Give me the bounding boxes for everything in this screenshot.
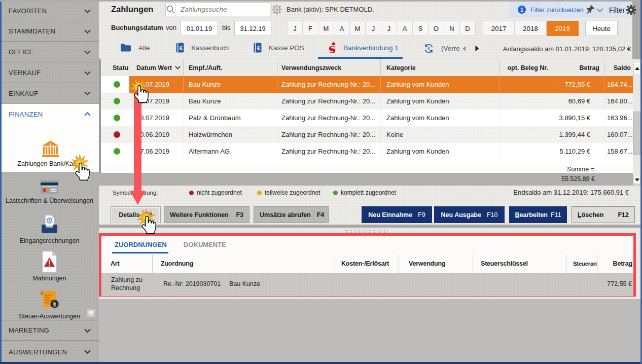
date-to-input[interactable]	[234, 21, 271, 36]
credit-card-icon	[40, 180, 59, 194]
column-header-saldo[interactable]: Saldo	[604, 59, 633, 76]
year-button-2018[interactable]: 2018	[515, 21, 547, 36]
month-button-okt[interactable]: O	[429, 21, 444, 36]
tab-kasse-pos[interactable]: € Kasse POS	[254, 43, 304, 53]
column-header-label: Datum Wert	[136, 64, 172, 71]
panel-row[interactable]: Zahlung zu Rechnung Re.-Nr: 2019030701 B…	[101, 273, 633, 296]
panel-column-zuordnung[interactable]: Zuordnung	[153, 254, 336, 273]
year-button-2019-selected[interactable]: 2019	[547, 21, 579, 36]
tab-kassenbuch[interactable]: € Kassenbuch	[176, 43, 229, 53]
scrollbar-up-button[interactable]	[633, 62, 640, 75]
neu-ausgabe-button[interactable]: Neu Ausgabe F10	[434, 206, 505, 223]
table-row[interactable]: 15.07.2019 Bau Kunze Zahlung zur Rechnun…	[101, 76, 633, 93]
column-header-verwendungszweck[interactable]: Verwendungszweck	[277, 59, 381, 76]
panel-column-art[interactable]: Art	[101, 254, 153, 273]
button-fkey: F11	[551, 211, 561, 219]
warning-document-icon	[42, 250, 57, 273]
sum-label-strip: Summe =	[101, 164, 633, 173]
filter-gear-icon[interactable]	[626, 5, 636, 15]
sidebar-section-finanzen[interactable]: FINANZEN	[2, 104, 99, 124]
column-header-status[interactable]: Status	[101, 59, 129, 76]
search-settings-button[interactable]	[271, 3, 282, 16]
sidebar-section-auswertungen[interactable]: AUSWERTUNGEN	[2, 342, 99, 362]
sidebar-section-favoriten[interactable]: FAVORITEN	[2, 1, 99, 21]
sidebar-section-einkauf[interactable]: EINKAUF	[2, 84, 99, 103]
sidebar-section-label: FAVORITEN	[9, 7, 47, 15]
pin-icon[interactable]	[585, 5, 595, 15]
scrollbar-thumb[interactable]	[633, 112, 640, 155]
panel-column-steueranteil[interactable]: Steueranteil	[566, 254, 597, 273]
triangle-up-icon	[635, 67, 639, 70]
month-button-dez[interactable]: D	[460, 21, 476, 36]
sidebar-section-verkauf[interactable]: VERKAUF	[2, 63, 99, 83]
table-row[interactable]: 12.07.2019 Bau Kunze Zahlung zur Rechnun…	[101, 93, 633, 110]
chevron-down-icon	[175, 66, 181, 69]
splitter-drag-handle[interactable]	[343, 229, 389, 233]
search-input[interactable]	[176, 3, 271, 16]
summe-value: 55.525,89 €	[561, 175, 595, 183]
tab-dokumente[interactable]: DOKUMENTE	[184, 241, 226, 248]
month-button-jun[interactable]: J	[366, 21, 381, 36]
details-button[interactable]: Details F2	[110, 206, 161, 223]
favorite-heart-button[interactable]	[86, 309, 96, 317]
panel-column-steuerschluessel[interactable]: Steuerschlüssel	[473, 254, 566, 273]
filter-count-badge: 1	[518, 6, 526, 14]
today-button[interactable]: Heute	[585, 21, 618, 36]
legend-item-label: komplett zugeordnet	[341, 189, 396, 196]
month-button-apr[interactable]: A	[334, 21, 350, 36]
panel-column-betrag[interactable]: Betrag	[597, 254, 633, 273]
umsaetze-abrufen-button[interactable]: Umsätze abrufen F4	[254, 206, 329, 223]
month-button-feb[interactable]: F	[303, 21, 318, 36]
month-button-mar[interactable]: M	[318, 21, 334, 36]
month-button-sep[interactable]: S	[413, 21, 429, 36]
neu-einnahme-button[interactable]: Neu Einnahme F9	[362, 206, 432, 223]
button-label: Weitere Funktionen	[170, 211, 229, 219]
panel-column-kosten-erloesart[interactable]: Kosten-/Erlösart	[336, 254, 399, 273]
table-row[interactable]: 30.06.2019 Holzwürmchen Zahlung zur Rech…	[101, 126, 633, 143]
anfangssaldo-label: Anfangssaldo am 01.01.2019: 120.135,02 €	[406, 45, 631, 53]
chevron-down-icon[interactable]	[596, 8, 603, 12]
sidebar-section-label: FINANZEN	[9, 111, 43, 118]
vertical-scrollbar[interactable]	[633, 59, 641, 185]
kategorie-cell: Zahlung vom Kunden	[381, 76, 500, 93]
month-button-mai[interactable]: M	[350, 21, 366, 36]
kategorie-cell: Zahlung vom Kunden	[381, 110, 500, 126]
status-cell	[101, 143, 129, 160]
month-button-jul[interactable]: J	[381, 21, 397, 36]
table-row[interactable]: 08.07.2019 Palz & Grünbaum Zahlung zur R…	[101, 110, 633, 126]
column-header-datum-wert[interactable]: Datum Wert	[129, 59, 184, 76]
panel-column-verwendung[interactable]: Verwendung	[399, 254, 473, 273]
svg-text:€: €	[48, 218, 51, 223]
sidebar-section-stammdaten[interactable]: STAMMDATEN	[2, 21, 99, 42]
tab-zuordnungen-active[interactable]: ZUORDNUNGEN	[115, 241, 167, 248]
loeschen-button[interactable]: Löschen F12	[572, 206, 635, 223]
button-label: Umsätze abrufen	[260, 211, 311, 219]
weitere-funktionen-button[interactable]: Weitere Funktionen F3	[164, 206, 249, 223]
column-header-empf-auft[interactable]: Empf./Auft.	[184, 59, 277, 76]
sidebar-section-office[interactable]: OFFICE	[2, 42, 99, 62]
tab-bankverbindung-1-active[interactable]: Bankverbindung 1	[328, 42, 399, 53]
column-header-kategorie[interactable]: Kategorie	[381, 59, 500, 76]
column-header-betrag[interactable]: Betrag	[553, 59, 604, 76]
legend-dot-green	[333, 191, 338, 195]
filter-reset-link[interactable]: Filter zurücksetzen	[530, 7, 584, 14]
date-from-input[interactable]	[181, 21, 218, 36]
tab-alle[interactable]: Alle	[120, 43, 150, 52]
sidebar-section-marketing[interactable]: MARKETING	[2, 320, 99, 341]
datum-cell: 08.07.2019	[129, 110, 184, 126]
button-fkey: F4	[317, 211, 325, 219]
month-button-jan[interactable]: J	[287, 21, 303, 36]
search-button[interactable]	[166, 3, 176, 16]
legend-label: Symbolerklärung:	[113, 190, 158, 196]
table-row[interactable]: 07.06.2019 Alfermann AG Zahlung zur Rech…	[101, 143, 633, 160]
year-button-2017[interactable]: 2017	[483, 21, 515, 36]
column-header-opt-beleg-nr[interactable]: opt. Beleg Nr.	[500, 59, 553, 76]
scrollbar-down-button[interactable]	[633, 176, 640, 184]
empfaenger-cell: Bau Kunze	[184, 93, 277, 110]
month-button-nov[interactable]: N	[444, 21, 460, 36]
button-fkey: F2	[145, 211, 152, 219]
empfaenger-cell: Holzwürmchen	[184, 126, 277, 143]
active-tab-underline	[318, 57, 403, 59]
month-button-aug[interactable]: A	[397, 21, 413, 36]
bearbeiten-button[interactable]: Bearbeiten F11	[509, 206, 567, 223]
